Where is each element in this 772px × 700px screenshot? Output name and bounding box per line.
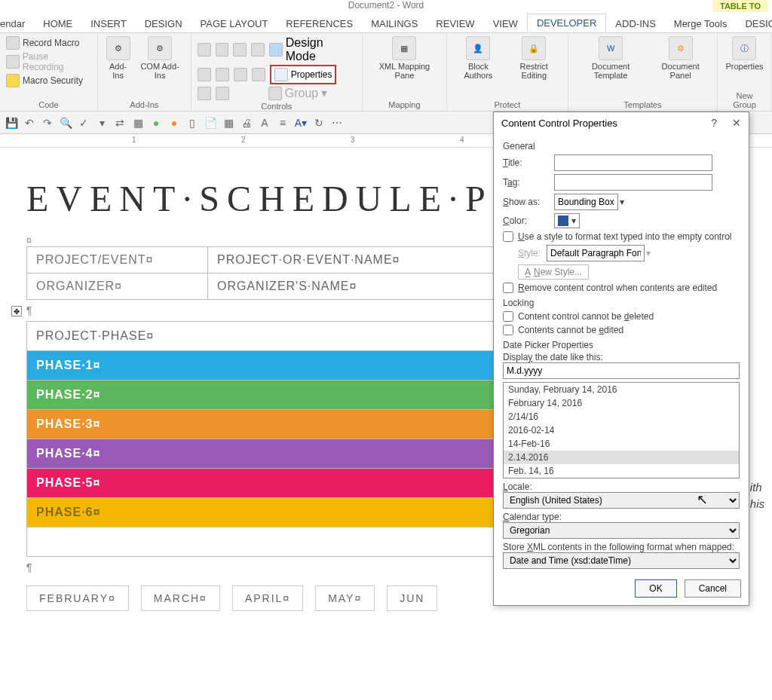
- buildingblock-icon[interactable]: [251, 43, 265, 57]
- doc-template-button[interactable]: WDocument Template: [574, 36, 648, 80]
- format-field[interactable]: [503, 362, 740, 379]
- format-option[interactable]: 14 February 2016: [504, 478, 739, 478]
- design-mode-icon: [269, 43, 283, 57]
- doc-panel-button[interactable]: ⚙Document Panel: [650, 36, 710, 80]
- group-icon: [268, 87, 282, 100]
- addins-button[interactable]: ⚙Add-Ins: [104, 36, 133, 80]
- group-button[interactable]: Group ▾: [268, 86, 327, 100]
- tab-references[interactable]: REFERENCES: [277, 15, 362, 32]
- title-field[interactable]: [554, 154, 712, 171]
- format-option[interactable]: Sunday, February 14, 2016: [504, 383, 739, 396]
- checkbox-icon[interactable]: [198, 68, 211, 81]
- ribbon: Record Macro Pause Recording Macro Secur…: [0, 33, 772, 112]
- ribbon-tabs: endar HOME INSERT DESIGN PAGE LAYOUT REF…: [0, 11, 772, 33]
- xml-dropdown[interactable]: Date and Time (xsd:dateTime): [503, 552, 740, 569]
- format-listbox[interactable]: Sunday, February 14, 2016February 14, 20…: [503, 382, 740, 478]
- phase-name[interactable]: PHASE·6¤: [27, 498, 547, 527]
- tab-calendar[interactable]: endar: [0, 15, 34, 32]
- print-preview-icon[interactable]: ▦: [222, 116, 235, 130]
- cannot-delete-checkbox[interactable]: [503, 311, 513, 322]
- close-icon[interactable]: ✕: [732, 117, 741, 129]
- format-option[interactable]: 14-Feb-16: [504, 437, 739, 451]
- calendar-dropdown[interactable]: Gregorian: [503, 522, 740, 539]
- repeating-icon[interactable]: [198, 87, 211, 100]
- table-move-handle-icon[interactable]: ✥: [11, 306, 22, 316]
- remove-control-checkbox[interactable]: [503, 283, 513, 293]
- com-addins-button[interactable]: ⚙COM Add-Ins: [135, 36, 184, 80]
- dialog-header[interactable]: Content Control Properties ?✕: [494, 112, 749, 133]
- new-style-icon: A̲: [525, 267, 531, 277]
- undo-icon[interactable]: ↶: [23, 116, 36, 130]
- richtext-icon[interactable]: [198, 43, 211, 57]
- record-macro[interactable]: Record Macro: [6, 36, 91, 50]
- phase-name[interactable]: PHASE·2¤: [27, 381, 547, 410]
- color-picker[interactable]: ▾: [554, 213, 580, 228]
- lock-icon: 🔒: [522, 36, 546, 60]
- tab-design2[interactable]: DESIGN: [736, 15, 772, 32]
- tab-addins[interactable]: ADD-INS: [606, 15, 664, 32]
- tab-mailings[interactable]: MAILINGS: [362, 15, 427, 32]
- addins-label: Add-Ins: [104, 99, 185, 111]
- showas-dropdown[interactable]: ▾: [554, 194, 624, 210]
- combo-icon[interactable]: [216, 68, 229, 81]
- format-option[interactable]: 2016-02-14: [504, 423, 739, 437]
- refresh-icon[interactable]: ↻: [312, 116, 326, 130]
- list-icon[interactable]: ≡: [276, 116, 290, 130]
- ok-button[interactable]: OK: [635, 579, 676, 598]
- spell-icon[interactable]: ✓: [77, 116, 90, 130]
- redo-icon[interactable]: ↷: [41, 116, 54, 130]
- use-style-checkbox[interactable]: [503, 231, 513, 242]
- tab-view[interactable]: VIEW: [484, 15, 527, 32]
- tree-icon[interactable]: ⇄: [113, 116, 127, 130]
- tab-review[interactable]: REVIEW: [427, 15, 483, 32]
- phase-name[interactable]: PHASE·1¤: [27, 351, 547, 381]
- tag-field[interactable]: [554, 174, 712, 191]
- circle-orange-icon[interactable]: ●: [167, 116, 181, 130]
- chevron-down-icon[interactable]: ▾: [95, 116, 109, 130]
- format-option[interactable]: 2/14/16: [504, 410, 739, 423]
- tab-mergetools[interactable]: Merge Tools: [665, 15, 737, 32]
- phase-name[interactable]: PHASE·4¤: [27, 439, 547, 469]
- more-icon[interactable]: ⋯: [330, 116, 344, 130]
- phase-name[interactable]: ¤: [27, 527, 547, 557]
- cell-mark: ¤: [26, 235, 32, 246]
- legacy-icon[interactable]: [216, 87, 229, 100]
- newgroup-properties-button[interactable]: ⓘProperties: [724, 36, 765, 71]
- picture-icon[interactable]: [233, 43, 247, 57]
- restrict-editing-button[interactable]: 🔒Restrict Editing: [507, 36, 562, 80]
- month-cell: MAY¤: [315, 585, 375, 611]
- tab-design[interactable]: DESIGN: [136, 15, 191, 32]
- print-icon[interactable]: 🖨: [240, 116, 253, 130]
- dropdown-icon[interactable]: [234, 68, 247, 81]
- circle-green-icon[interactable]: ●: [149, 116, 163, 130]
- properties-button[interactable]: Properties: [270, 65, 337, 84]
- macro-security[interactable]: Macro Security: [6, 74, 91, 87]
- cannot-edit-checkbox[interactable]: [503, 325, 513, 335]
- design-mode-button[interactable]: Design Mode: [269, 36, 356, 63]
- tab-insert[interactable]: INSERT: [81, 15, 135, 32]
- tab-developer[interactable]: DEVELOPER: [527, 14, 606, 32]
- save-icon[interactable]: 💾: [5, 116, 18, 130]
- table-icon[interactable]: ▦: [131, 116, 145, 130]
- group-controls: Design Mode Properties Group ▾ Controls: [191, 33, 363, 111]
- format-option[interactable]: Feb. 14, 16: [504, 464, 739, 478]
- plaintext-icon[interactable]: [216, 43, 229, 57]
- cancel-button[interactable]: Cancel: [685, 579, 741, 598]
- help-icon[interactable]: ?: [711, 117, 717, 129]
- tab-pagelayout[interactable]: PAGE LAYOUT: [191, 15, 277, 32]
- phase-name[interactable]: PHASE·3¤: [27, 410, 547, 439]
- tab-home[interactable]: HOME: [34, 15, 81, 32]
- doc-icon[interactable]: 📄: [204, 116, 217, 130]
- format-option[interactable]: February 14, 2016: [504, 396, 739, 410]
- format-option[interactable]: 2.14.2016: [504, 451, 739, 464]
- xml-mapping-button[interactable]: ▦XML Mapping Pane: [369, 36, 440, 80]
- properties-icon: [274, 68, 288, 81]
- font-color-icon[interactable]: A▾: [294, 116, 308, 130]
- phase-name[interactable]: PHASE·5¤: [27, 469, 547, 498]
- find-icon[interactable]: 🔍: [59, 116, 72, 130]
- font-icon[interactable]: A: [258, 116, 271, 130]
- page-icon[interactable]: ▯: [185, 116, 199, 130]
- datepicker-icon[interactable]: [252, 68, 265, 81]
- pause-recording: Pause Recording: [6, 51, 91, 72]
- code-label: Code: [6, 99, 91, 111]
